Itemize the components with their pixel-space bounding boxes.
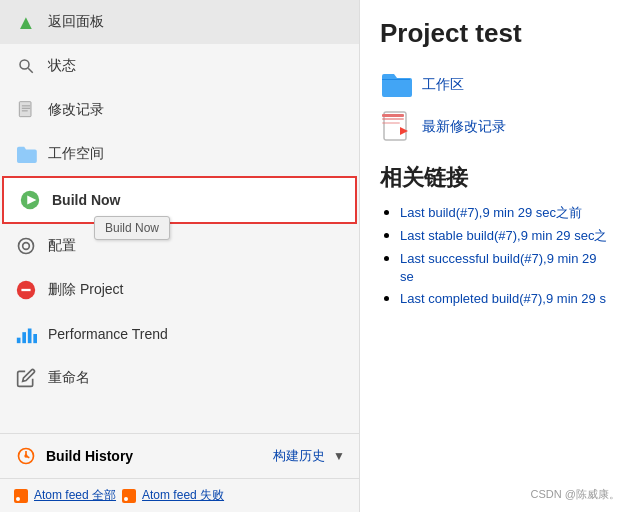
related-link-2[interactable]: Last successful build(#7),9 min 29 se xyxy=(400,251,597,284)
main-content: Project test 工作区 xyxy=(360,0,630,512)
sidebar-item-status-label: 状态 xyxy=(48,57,76,75)
changes-item[interactable]: 最新修改记录 xyxy=(380,111,610,143)
sidebar: ▲ 返回面板 状态 修改记录 xyxy=(0,0,360,512)
build-history-header: Build History 构建历史 ▼ xyxy=(0,433,359,478)
sidebar-item-build-now[interactable]: Build Now Build Now xyxy=(2,176,357,224)
sidebar-item-rename[interactable]: 重命名 xyxy=(0,356,359,400)
list-item: Last successful build(#7),9 min 29 se xyxy=(400,249,610,285)
atom-feed-fail-icon xyxy=(122,489,136,503)
related-link-1[interactable]: Last stable build(#7),9 min 29 sec之 xyxy=(400,228,607,243)
document-icon xyxy=(14,98,38,122)
sidebar-item-changes-label: 修改记录 xyxy=(48,101,104,119)
svg-rect-18 xyxy=(382,118,404,120)
workspace-item[interactable]: 工作区 xyxy=(380,69,610,101)
svg-point-0 xyxy=(20,60,29,69)
workspace-section: 工作区 最新修改记录 xyxy=(380,69,610,143)
svg-rect-10 xyxy=(17,338,21,344)
folder-icon xyxy=(14,142,38,166)
list-item: Last completed build(#7),9 min 29 s xyxy=(400,289,610,307)
sidebar-item-rename-label: 重命名 xyxy=(48,369,90,387)
list-item: Last stable build(#7),9 min 29 sec之 xyxy=(400,226,610,245)
build-history-title: Build History xyxy=(46,448,265,464)
svg-line-1 xyxy=(28,68,33,73)
sidebar-item-delete-label: 删除 Project xyxy=(48,281,123,299)
workspace-folder-icon xyxy=(380,69,412,101)
sidebar-item-changes[interactable]: 修改记录 xyxy=(0,88,359,132)
svg-rect-11 xyxy=(22,332,26,343)
arrow-up-icon: ▲ xyxy=(14,10,38,34)
search-icon xyxy=(14,54,38,78)
build-history-icon xyxy=(14,444,38,468)
workspace-label[interactable]: 工作区 xyxy=(422,76,464,94)
chevron-down-icon: ▼ xyxy=(333,449,345,463)
sidebar-item-config[interactable]: 配置 xyxy=(0,224,359,268)
atom-feed-all-icon xyxy=(14,489,28,503)
sidebar-item-workspace-label: 工作空间 xyxy=(48,145,104,163)
sidebar-item-performance-label: Performance Trend xyxy=(48,326,168,342)
delete-icon xyxy=(14,278,38,302)
svg-point-15 xyxy=(25,455,27,457)
changes-label[interactable]: 最新修改记录 xyxy=(422,118,506,136)
project-title: Project test xyxy=(380,18,610,49)
gear-icon xyxy=(14,234,38,258)
list-item: Last build(#7),9 min 29 sec之前 xyxy=(400,203,610,222)
sidebar-item-workspace[interactable]: 工作空间 xyxy=(0,132,359,176)
sidebar-item-delete[interactable]: 删除 Project xyxy=(0,268,359,312)
svg-rect-12 xyxy=(28,329,32,344)
atom-feed-fail-link[interactable]: Atom feed 失败 xyxy=(142,487,224,504)
changes-doc-icon xyxy=(380,111,412,143)
related-links-title: 相关链接 xyxy=(380,163,610,193)
rename-icon xyxy=(14,366,38,390)
svg-rect-19 xyxy=(382,122,400,124)
build-icon xyxy=(18,188,42,212)
sidebar-item-status[interactable]: 状态 xyxy=(0,44,359,88)
related-link-0[interactable]: Last build(#7),9 min 29 sec之前 xyxy=(400,205,582,220)
sidebar-item-build-now-label: Build Now xyxy=(52,192,120,208)
sidebar-item-back[interactable]: ▲ 返回面板 xyxy=(0,0,359,44)
svg-rect-17 xyxy=(382,114,404,117)
sidebar-item-config-label: 配置 xyxy=(48,237,76,255)
sidebar-item-performance[interactable]: Performance Trend xyxy=(0,312,359,356)
build-history-link[interactable]: 构建历史 xyxy=(273,447,325,465)
atom-feed-all-link[interactable]: Atom feed 全部 xyxy=(34,487,116,504)
watermark: CSDN @陈威康。 xyxy=(531,487,620,502)
atom-feed-bar: Atom feed 全部 Atom feed 失败 xyxy=(0,478,359,512)
sidebar-item-back-label: 返回面板 xyxy=(48,13,104,31)
build-now-tooltip: Build Now xyxy=(94,216,170,240)
related-links-list: Last build(#7),9 min 29 sec之前 Last stabl… xyxy=(380,203,610,307)
svg-rect-13 xyxy=(33,334,37,343)
chart-icon xyxy=(14,322,38,346)
svg-rect-2 xyxy=(19,102,31,117)
related-link-3[interactable]: Last completed build(#7),9 min 29 s xyxy=(400,291,606,306)
